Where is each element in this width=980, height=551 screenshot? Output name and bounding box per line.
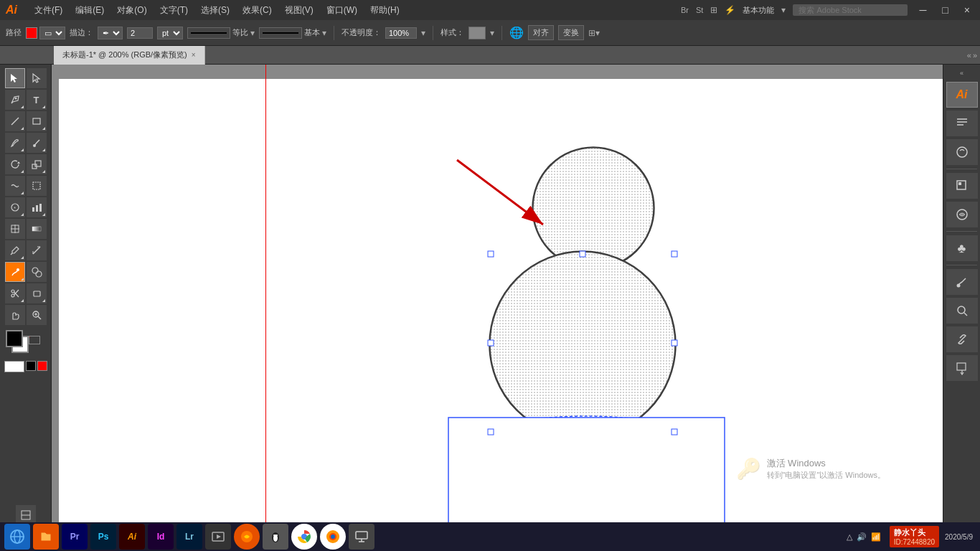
rp-properties[interactable] — [946, 139, 978, 165]
restore-button[interactable]: □ — [938, 4, 952, 16]
taskbar-media[interactable] — [205, 524, 231, 550]
stroke-color-swatch[interactable] — [26, 27, 37, 39]
selection-handle-br[interactable] — [672, 429, 677, 435]
menu-select[interactable]: 选择(S) — [195, 3, 235, 18]
selection-handle-tl[interactable] — [488, 251, 494, 257]
collapse-arrow-up[interactable]: « — [960, 70, 963, 77]
tool-type[interactable]: T — [27, 90, 47, 110]
tool-gradient[interactable] — [27, 219, 47, 239]
search-input[interactable] — [793, 4, 908, 16]
rp-paint[interactable] — [946, 269, 978, 295]
brush-select[interactable]: ✒ — [98, 27, 123, 39]
stock-icon[interactable]: St — [696, 6, 703, 14]
stroke-style-select[interactable]: ▭ — [39, 27, 65, 39]
tray-icon1[interactable]: △ — [847, 532, 852, 542]
style-arrow[interactable]: ▾ — [490, 28, 494, 38]
globe-icon[interactable]: 🌐 — [509, 26, 524, 39]
taskbar-browser[interactable] — [4, 524, 30, 550]
tool-live-paint[interactable] — [5, 262, 25, 282]
stroke-unit-select[interactable]: pt — [157, 27, 183, 39]
opacity-arrow[interactable]: ▾ — [421, 28, 425, 38]
taskbar-lightroom[interactable]: Lr — [176, 524, 202, 550]
tool-free-transform[interactable] — [27, 176, 47, 196]
taskbar-files[interactable] — [33, 524, 59, 550]
tool-symbol[interactable]: * — [5, 197, 25, 217]
tool-shape-builder[interactable] — [27, 262, 47, 282]
taskbar-computer[interactable] — [349, 524, 374, 550]
tool-line[interactable] — [5, 111, 25, 131]
align-arrow[interactable]: ▾ — [250, 28, 255, 38]
taskbar-premiere[interactable]: Pr — [62, 524, 88, 550]
canvas-area[interactable]: 🔑 激活 Windows 转到"电脑设置"以激活 Windows。 — [52, 65, 943, 531]
tool-mesh[interactable] — [5, 219, 25, 239]
menu-edit[interactable]: 编辑(E) — [70, 3, 110, 18]
rp-link[interactable] — [946, 326, 978, 352]
rp-zoom[interactable] — [946, 298, 978, 324]
tool-measure[interactable] — [27, 240, 47, 260]
rp-clubs[interactable]: ♣ — [946, 235, 978, 261]
tool-column-graph[interactable] — [27, 197, 47, 217]
taskbar-photoshop[interactable]: Ps — [90, 524, 116, 550]
document-tab[interactable]: 未标题-1* @ 200% (RGB/像素预览) × — [54, 46, 205, 65]
taskbar-orange[interactable] — [234, 524, 260, 550]
tool-warp[interactable] — [5, 176, 25, 196]
tool-hand[interactable] — [5, 305, 25, 325]
rp-export[interactable] — [946, 355, 978, 381]
menu-text[interactable]: 文字(T) — [154, 3, 194, 18]
tool-scale[interactable] — [27, 154, 47, 174]
panel-collapse-right[interactable]: » — [973, 51, 977, 60]
stroke-width-input[interactable] — [127, 27, 153, 39]
black-swatch[interactable] — [26, 361, 36, 371]
tray-icon3[interactable]: 📶 — [871, 532, 881, 542]
taskbar-firefox[interactable] — [320, 524, 346, 550]
menu-object[interactable]: 对象(O) — [111, 3, 152, 18]
tool-rect[interactable] — [27, 111, 47, 131]
tray-icon2[interactable]: 🔊 — [857, 532, 867, 542]
tool-eraser[interactable] — [27, 283, 47, 303]
menu-effect[interactable]: 效果(C) — [237, 3, 278, 18]
tool-zoom[interactable] — [27, 305, 47, 325]
tool-scissors[interactable] — [5, 283, 25, 303]
panel-collapse-left[interactable]: « — [967, 51, 971, 60]
no-fill-swatch[interactable] — [29, 336, 40, 344]
taskbar-chrome[interactable] — [291, 524, 317, 550]
style-preview[interactable] — [468, 27, 486, 39]
selection-handle-bl[interactable] — [488, 429, 494, 435]
menu-window[interactable]: 窗口(W) — [321, 3, 363, 18]
menu-file[interactable]: 文件(F) — [29, 3, 68, 18]
selection-handle-tr[interactable] — [672, 251, 677, 257]
stroke-type-preview[interactable] — [259, 27, 302, 39]
sync-icon[interactable]: ⚡ — [725, 5, 735, 15]
red-swatch[interactable] — [37, 361, 47, 371]
taskbar-penguin[interactable] — [263, 524, 288, 550]
taskbar-illustrator[interactable]: Ai — [119, 524, 145, 550]
stroke-type-arrow[interactable]: ▾ — [322, 28, 326, 38]
rp-ai-logo[interactable]: Ai — [946, 82, 978, 108]
align-button[interactable]: 对齐 — [528, 25, 554, 40]
tool-rotate[interactable] — [5, 154, 25, 174]
close-button[interactable]: × — [960, 4, 974, 16]
rp-transform[interactable] — [946, 173, 978, 199]
tool-eyedropper[interactable] — [5, 240, 25, 260]
tool-pen[interactable] — [5, 90, 25, 110]
opacity-input[interactable] — [385, 27, 417, 39]
stroke-preview[interactable] — [187, 27, 230, 39]
fill-color-foreground[interactable] — [6, 330, 23, 347]
workspace-label[interactable]: 基本功能 — [743, 5, 774, 16]
menu-view[interactable]: 视图(V) — [279, 3, 319, 18]
bridge-icon[interactable]: Br — [681, 6, 689, 14]
white-swatch[interactable] — [4, 361, 24, 372]
corner-logo[interactable]: 静水丫头 ID:72448820 — [890, 526, 939, 547]
transform-button[interactable]: 变换 — [558, 25, 584, 40]
selection-handle-mr[interactable] — [672, 340, 677, 346]
minimize-button[interactable]: ─ — [915, 4, 930, 16]
taskbar-indesign[interactable]: Id — [148, 524, 174, 550]
tool-direct-select[interactable] — [27, 68, 47, 88]
transform-more[interactable]: ⊞▾ — [588, 28, 600, 38]
menu-help[interactable]: 帮助(H) — [364, 3, 405, 18]
tool-pencil[interactable] — [5, 133, 25, 153]
selection-handle-ml[interactable] — [488, 340, 494, 346]
grid-icon[interactable]: ⊞ — [710, 5, 717, 15]
rp-appearance[interactable] — [946, 202, 978, 227]
rp-paragraph[interactable] — [946, 110, 978, 136]
